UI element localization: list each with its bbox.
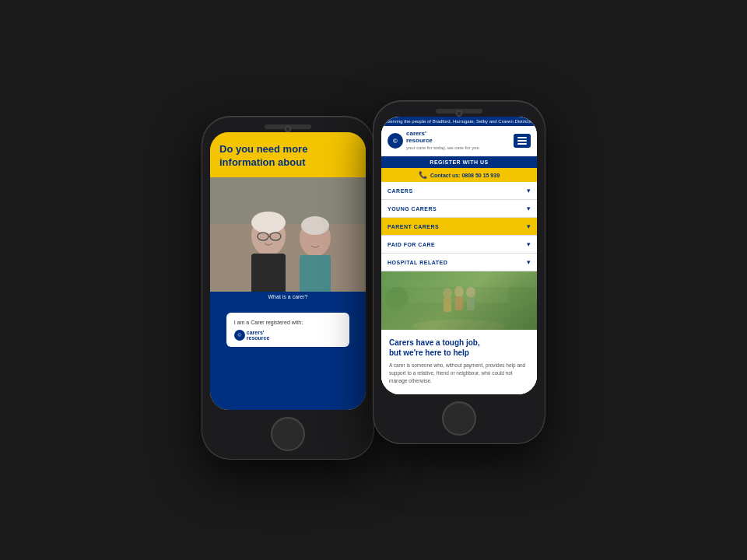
menu-item-parent-carers[interactable]: PARENT CARERS ▾ (381, 218, 537, 236)
menu-label-young-carers: YOUNG CARERS (388, 206, 437, 212)
svg-rect-20 (455, 296, 463, 310)
carers-logo: © carers' resource (234, 330, 270, 341)
carer-card: I am a Carer registered with: © carers' … (226, 313, 349, 347)
left-phone-screen: Do you need more information about (210, 132, 366, 410)
menu-label-hospital: HOSPITAL RELATED (388, 260, 447, 265)
hero-image (381, 271, 537, 330)
menu-label-paid-care: PAID FOR CARE (388, 242, 435, 247)
card-text: I am a Carer registered with: (234, 319, 342, 327)
svg-point-4 (251, 212, 286, 233)
svg-point-14 (385, 287, 409, 310)
logo-name-text: carers' resource (247, 330, 270, 341)
right-screen-content: Serving the people of Bradford, Harrogat… (381, 117, 537, 394)
photo-caption: What is a carer? (210, 292, 366, 302)
chevron-down-icon-4: ▾ (527, 240, 531, 248)
chevron-down-icon-2: ▾ (527, 205, 531, 212)
menu-item-hospital[interactable]: HOSPITAL RELATED ▾ (381, 254, 537, 271)
menu-item-paid-care[interactable]: PAID FOR CARE ▾ (381, 236, 537, 254)
left-blue-section: I am a Carer registered with: © carers' … (210, 302, 366, 410)
left-header: Do you need more information about (210, 132, 366, 177)
svg-rect-18 (444, 298, 451, 312)
left-photo-section: What is a carer? (210, 177, 366, 302)
chevron-down-icon-3: ▾ (527, 222, 531, 230)
svg-point-13 (412, 320, 506, 330)
right-phone-camera (456, 110, 462, 117)
hamburger-line-1 (517, 137, 527, 138)
right-phone-screen: Serving the people of Bradford, Harrogat… (381, 117, 537, 394)
logo-circle-btn: © (388, 133, 403, 149)
content-section: Carers have a tough job, but we're here … (381, 330, 537, 394)
header-logo: © carers' resource your care for today, … (388, 131, 479, 151)
left-screen-content: Do you need more information about (210, 132, 366, 410)
hamburger-line-2 (517, 140, 527, 142)
right-header: © carers' resource your care for today, … (381, 126, 537, 156)
svg-rect-1 (210, 224, 366, 302)
svg-point-19 (454, 286, 464, 297)
svg-point-15 (507, 281, 535, 309)
content-heading: Carers have a tough job, but we're here … (389, 338, 529, 358)
chevron-down-icon-5: ▾ (527, 258, 531, 266)
menu-item-young-carers[interactable]: YOUNG CARERS ▾ (381, 200, 537, 218)
svg-point-10 (301, 216, 329, 235)
menu-label-carers: CARERS (388, 188, 413, 194)
card-logo-area: © carers' resource (234, 330, 342, 341)
svg-point-21 (466, 287, 475, 298)
logo-circle-icon: © (234, 330, 245, 341)
menu-label-parent-carers: PARENT CARERS (388, 224, 439, 229)
svg-rect-12 (381, 303, 537, 330)
svg-rect-23 (381, 271, 537, 287)
register-bar[interactable]: REGISTER WITH US (381, 156, 537, 168)
svg-rect-22 (467, 297, 475, 310)
hamburger-line-3 (517, 143, 527, 145)
top-bar: Serving the people of Bradford, Harrogat… (381, 117, 537, 126)
phone-icon: 📞 (419, 171, 427, 179)
svg-point-17 (443, 288, 452, 299)
contact-text: Contact us: 0808 50 15 939 (430, 173, 500, 178)
svg-point-16 (411, 282, 430, 300)
right-phone: Serving the people of Bradford, Harrogat… (374, 101, 545, 443)
hamburger-button[interactable] (514, 134, 531, 148)
chevron-down-icon: ▾ (527, 187, 531, 194)
content-body: A carer is someone who, without payment,… (389, 362, 529, 384)
left-phone-camera (285, 126, 291, 132)
svg-rect-11 (381, 271, 537, 330)
left-header-text: Do you need more information about (219, 143, 356, 170)
menu-item-carers[interactable]: CARERS ▾ (381, 182, 537, 200)
left-phone: Do you need more information about (202, 117, 374, 459)
contact-bar[interactable]: 📞 Contact us: 0808 50 15 939 (381, 168, 537, 182)
logo-name-area: carers' resource your care for today, we… (406, 131, 479, 151)
